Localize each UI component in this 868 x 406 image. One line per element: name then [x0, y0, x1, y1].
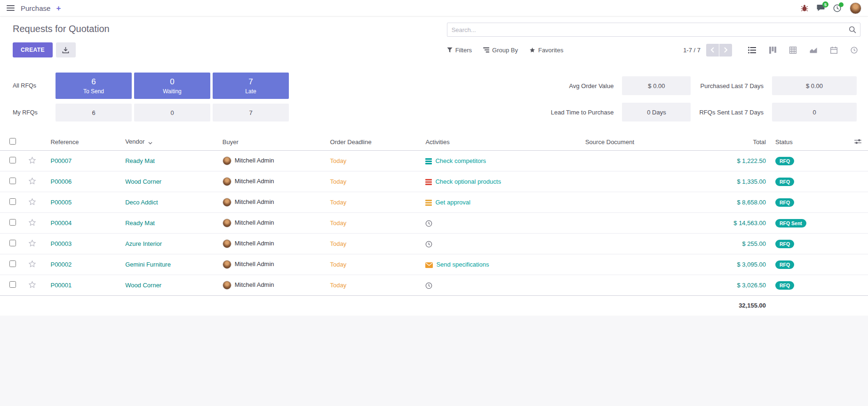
- row-checkbox[interactable]: [9, 157, 16, 163]
- my-to-send-count[interactable]: 6: [56, 104, 132, 122]
- my-waiting-count[interactable]: 0: [134, 104, 210, 122]
- vendor-link[interactable]: Gemini Furniture: [125, 261, 171, 268]
- filters-button[interactable]: Filters: [447, 47, 472, 54]
- activity-list-icon[interactable]: [425, 179, 432, 185]
- activity-clock-icon[interactable]: [425, 220, 432, 227]
- search-input[interactable]: [447, 23, 860, 37]
- favorite-star-icon[interactable]: [28, 156, 36, 164]
- add-tab-icon[interactable]: +: [56, 4, 61, 12]
- search-box: [447, 23, 860, 37]
- reference-link[interactable]: P00002: [50, 261, 72, 268]
- pager-next-button[interactable]: [719, 44, 732, 57]
- reference-link[interactable]: P00005: [50, 199, 72, 206]
- row-checkbox[interactable]: [9, 219, 16, 226]
- vendor-link[interactable]: Wood Corner: [125, 178, 161, 185]
- messages-icon[interactable]: 5: [817, 4, 825, 12]
- pivot-view-icon[interactable]: [789, 47, 796, 54]
- row-checkbox[interactable]: [9, 178, 16, 184]
- reference-link[interactable]: P00007: [50, 157, 72, 164]
- user-avatar[interactable]: [850, 2, 861, 14]
- table-row[interactable]: P00004Ready MatMitchell AdminToday$ 14,5…: [0, 213, 868, 234]
- activity-link[interactable]: Check competitors: [435, 157, 486, 164]
- column-header-status[interactable]: Status: [772, 134, 837, 151]
- chevron-left-icon: [710, 47, 715, 53]
- create-button[interactable]: CREATE: [13, 42, 53, 57]
- reference-link[interactable]: P00003: [50, 240, 72, 247]
- app-name[interactable]: Purchase: [21, 4, 50, 12]
- activity-list-icon[interactable]: [425, 158, 432, 164]
- total-amount: $ 14,563.00: [692, 213, 772, 234]
- order-deadline-text: Today: [330, 157, 347, 164]
- favorite-star-icon[interactable]: [28, 260, 36, 268]
- favorite-star-icon[interactable]: [28, 198, 36, 206]
- vendor-link[interactable]: Ready Mat: [125, 219, 155, 227]
- table-row[interactable]: P00007Ready MatMitchell AdminTodayCheck …: [0, 151, 868, 171]
- table-row[interactable]: P00002Gemini FurnitureMitchell AdminToda…: [0, 254, 868, 275]
- vendor-link[interactable]: Azure Interior: [125, 240, 162, 247]
- graph-view-icon[interactable]: [810, 47, 817, 53]
- export-button[interactable]: [56, 42, 76, 57]
- calendar-view-icon[interactable]: [830, 47, 837, 54]
- favorite-star-icon[interactable]: [28, 239, 36, 247]
- reference-link[interactable]: P00001: [50, 282, 72, 289]
- my-late-count[interactable]: 7: [213, 104, 289, 122]
- reference-link[interactable]: P00004: [50, 219, 72, 227]
- vendor-link[interactable]: Deco Addict: [125, 199, 158, 206]
- row-checkbox[interactable]: [9, 198, 16, 205]
- activity-link[interactable]: Send specifications: [436, 261, 489, 268]
- favorite-star-icon[interactable]: [28, 177, 36, 185]
- row-checkbox[interactable]: [9, 260, 16, 267]
- activity-clock-icon[interactable]: [425, 241, 432, 248]
- tile-late[interactable]: 7 Late: [213, 73, 289, 99]
- table-row[interactable]: P00003Azure InteriorMitchell AdminToday$…: [0, 234, 868, 254]
- table-row[interactable]: P00005Deco AddictMitchell AdminTodayGet …: [0, 192, 868, 213]
- reference-link[interactable]: P00006: [50, 178, 72, 185]
- activity-mail-icon[interactable]: [425, 262, 433, 268]
- source-document: [582, 254, 692, 275]
- stat-label: RFQs Sent Last 7 Days: [699, 109, 764, 116]
- pager-previous-button[interactable]: [706, 44, 719, 57]
- search-icon[interactable]: [849, 26, 856, 35]
- activities-icon[interactable]: [833, 4, 841, 12]
- buyer-name: Mitchell Admin: [235, 260, 274, 268]
- apps-menu-icon[interactable]: [7, 5, 15, 11]
- buyer-name: Mitchell Admin: [235, 240, 274, 247]
- table-row[interactable]: P00006Wood CornerMitchell AdminTodayChec…: [0, 171, 868, 192]
- stat-label: Avg Order Value: [551, 82, 614, 89]
- activity-clock-icon[interactable]: [425, 282, 432, 289]
- column-header-source-document[interactable]: Source Document: [582, 134, 692, 151]
- vendor-link[interactable]: Ready Mat: [125, 157, 155, 164]
- favorites-button[interactable]: Favorites: [529, 47, 563, 54]
- activity-view-icon[interactable]: [851, 47, 858, 54]
- column-header-reference[interactable]: Reference: [48, 134, 122, 151]
- status-badge: RFQ: [775, 240, 794, 248]
- buyer-avatar: [223, 219, 231, 227]
- favorite-star-icon[interactable]: [28, 281, 36, 289]
- row-checkbox[interactable]: [9, 281, 16, 288]
- group-by-button[interactable]: Group By: [483, 47, 518, 54]
- list-view-icon[interactable]: [748, 47, 756, 54]
- vendor-link[interactable]: Wood Corner: [125, 282, 161, 289]
- status-badge: RFQ: [775, 157, 794, 165]
- table-row[interactable]: P00001Wood CornerMitchell AdminToday$ 3,…: [0, 275, 868, 296]
- total-amount: $ 1,335.00: [692, 171, 772, 192]
- stat-purchased-last-7-days: $ 0.00: [772, 76, 857, 95]
- column-header-vendor[interactable]: Vendor: [122, 134, 220, 151]
- favorite-star-icon[interactable]: [28, 219, 36, 227]
- buyer-avatar: [223, 281, 231, 290]
- select-all-checkbox[interactable]: [9, 138, 16, 145]
- tile-waiting[interactable]: 0 Waiting: [134, 73, 210, 99]
- activity-list-icon[interactable]: [425, 200, 432, 206]
- activity-link[interactable]: Check optional products: [435, 178, 501, 185]
- column-header-activities[interactable]: Activities: [422, 134, 582, 151]
- optional-columns-icon[interactable]: [854, 138, 861, 145]
- column-header-total[interactable]: Total: [692, 134, 772, 151]
- tile-to-send[interactable]: 6 To Send: [56, 73, 132, 99]
- activity-link[interactable]: Get approval: [435, 199, 470, 206]
- column-header-order-deadline[interactable]: Order Deadline: [327, 134, 423, 151]
- row-checkbox[interactable]: [9, 240, 16, 246]
- order-deadline-text: Today: [330, 219, 347, 227]
- debug-bug-icon[interactable]: [801, 4, 808, 12]
- kanban-view-icon[interactable]: [769, 47, 776, 54]
- column-header-buyer[interactable]: Buyer: [220, 134, 327, 151]
